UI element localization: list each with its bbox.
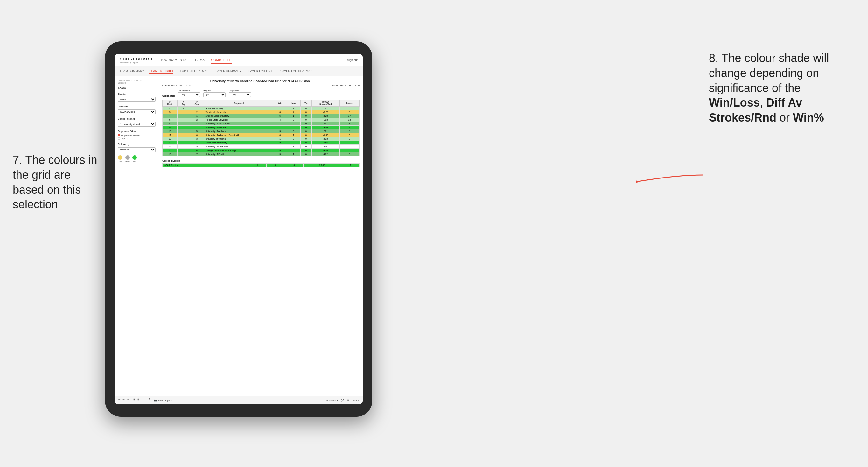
logo-text: SCOREBOARD <box>120 57 153 61</box>
table-cell: 1.83 <box>311 118 340 122</box>
legend-level: Level <box>125 155 129 162</box>
conference-select[interactable]: (All) <box>178 92 200 97</box>
table-row: 154Georgia Institute of Technology5004.5… <box>163 149 360 152</box>
table-cell: 2.33 <box>311 137 340 141</box>
out-of-div-label: Out of division <box>162 159 360 162</box>
gender-select[interactable]: Men's <box>118 97 156 102</box>
out-div-tie: 0 <box>285 163 304 167</box>
table-cell: 13 <box>163 141 178 145</box>
table-cell: 11 <box>163 133 178 137</box>
school-rank-select[interactable]: 1. University of Nort... <box>118 122 156 127</box>
table-cell <box>177 152 190 156</box>
colour-by-select[interactable]: Win/loss <box>118 147 156 152</box>
table-cell: 2 <box>190 118 204 122</box>
annotation-right-text1: 8. The colour shade will change dependin… <box>709 52 829 94</box>
grid-records: Overall Record: 89 - 17 - 0 Division Rec… <box>162 84 360 87</box>
table-cell: 3 <box>274 152 286 156</box>
table-cell: 2 <box>340 126 359 129</box>
col-conf: #Conf <box>190 100 204 106</box>
watch-button[interactable]: 👁 Watch ▾ <box>326 399 338 402</box>
table-cell: 2 <box>274 106 286 111</box>
col-loss: Loss <box>286 100 301 106</box>
nav-committee[interactable]: COMMITTEE <box>211 57 231 64</box>
table-cell: 9 <box>340 141 359 145</box>
sub-nav-team-h2h-grid[interactable]: TEAM H2H GRID <box>149 68 173 74</box>
table-cell: 1 <box>274 126 286 129</box>
col-rank: #Rank <box>163 100 178 106</box>
forward-icon[interactable]: → <box>127 398 129 402</box>
table-cell: 9 <box>340 152 359 156</box>
table-cell: 3.67 <box>311 122 340 126</box>
table-cell: 2.61 <box>311 129 340 133</box>
region-select[interactable]: (All) <box>203 92 225 97</box>
legend-up: Up <box>132 155 137 162</box>
table-cell: 0 <box>301 137 311 141</box>
table-cell: 9 <box>340 149 359 152</box>
annotation-right-text2: , <box>760 96 766 109</box>
division-select[interactable]: NCAA Division I <box>118 110 156 114</box>
table-row: 116University of Arkansas, Fayetteville0… <box>163 133 360 137</box>
table-cell <box>177 145 190 149</box>
table-cell: 0 <box>301 118 311 122</box>
table-cell: 3 <box>340 133 359 137</box>
table-cell: 0 <box>301 145 311 149</box>
nav-tournaments[interactable]: TOURNAMENTS <box>160 57 187 64</box>
sub-nav-player-summary[interactable]: PLAYER SUMMARY <box>214 68 242 74</box>
opponents-filter-label: Opponents: <box>162 95 175 97</box>
crop-icon[interactable]: ⊡ <box>137 398 140 402</box>
col-opponent: Opponent <box>204 100 274 106</box>
sub-nav-team-summary[interactable]: TEAM SUMMARY <box>120 68 144 74</box>
redo-icon[interactable]: ↪ <box>123 398 125 402</box>
division-label: Division <box>118 105 156 108</box>
out-div-win: 1 <box>248 163 267 167</box>
table-cell: 2 <box>190 111 204 114</box>
table-cell: 4 <box>274 118 286 122</box>
sub-nav-team-h2h-heatmap[interactable]: TEAM H2H HEATMAP <box>178 68 209 74</box>
legend-up-label: Up <box>133 160 136 162</box>
table-cell: 0 <box>301 149 311 152</box>
annotation-right: 8. The colour shade will change dependin… <box>709 51 855 125</box>
more-icon[interactable]: … <box>142 398 144 402</box>
table-cell: 1 <box>190 106 204 111</box>
table-cell: 4 <box>190 149 204 152</box>
copy-icon[interactable]: ⊞ <box>133 398 135 402</box>
region-filter: Region (All) <box>203 89 225 97</box>
opponent-select[interactable]: (All) <box>229 92 251 97</box>
out-of-div-table: NCAA Division II 1 0 0 26.00 3 <box>162 163 360 167</box>
table-cell: 0 <box>301 133 311 137</box>
table-cell: 1 <box>274 122 286 126</box>
table-cell: 0 <box>301 152 311 156</box>
share-icon[interactable]: ⊞ <box>347 399 349 402</box>
sub-nav-player-h2h-grid[interactable]: PLAYER H2H GRID <box>247 68 274 74</box>
radio-top-100[interactable]: Top 100 <box>118 137 156 139</box>
nav-teams[interactable]: TEAMS <box>193 57 205 64</box>
table-cell: 1 <box>274 137 286 141</box>
table-cell: 16 <box>163 152 178 156</box>
table-cell: 15 <box>163 149 178 152</box>
data-table: #Rank #Reg #Conf Opponent Win Loss Tie D… <box>162 100 360 156</box>
table-cell <box>177 126 190 129</box>
table-cell: 0 <box>286 122 301 126</box>
undo-icon[interactable]: ↩ <box>118 398 121 402</box>
radio-dot-selected <box>118 134 120 136</box>
table-cell <box>177 149 190 152</box>
col-tie: Tie <box>301 100 311 106</box>
sign-out[interactable]: | Sign out <box>345 59 358 62</box>
table-cell: 1 <box>274 145 286 149</box>
conference-label: Conference <box>178 89 200 92</box>
out-div-diff: 26.00 <box>303 163 341 167</box>
arrow-right-icon <box>636 168 706 188</box>
radio-opponents-played[interactable]: Opponents Played <box>118 134 156 136</box>
opponent-view-section: Opponent View Opponents Played Top 100 <box>118 130 156 139</box>
app-header: SCOREBOARD Powered by clippd TOURNAMENTS… <box>115 54 363 66</box>
col-reg: #Reg <box>177 100 190 106</box>
share-button[interactable]: Share <box>352 399 359 402</box>
gender-label: Gender <box>118 93 156 95</box>
table-cell: 1 <box>190 141 204 145</box>
comment-icon[interactable]: 💬 <box>341 399 344 402</box>
clock-icon[interactable]: ⏱ <box>148 398 151 402</box>
sub-nav-player-h2h-heatmap[interactable]: PLAYER H2H HEATMAP <box>279 68 312 74</box>
table-cell: Auburn University <box>204 106 274 111</box>
table-cell: 12 <box>340 118 359 122</box>
table-cell: 4.62 <box>311 152 340 156</box>
